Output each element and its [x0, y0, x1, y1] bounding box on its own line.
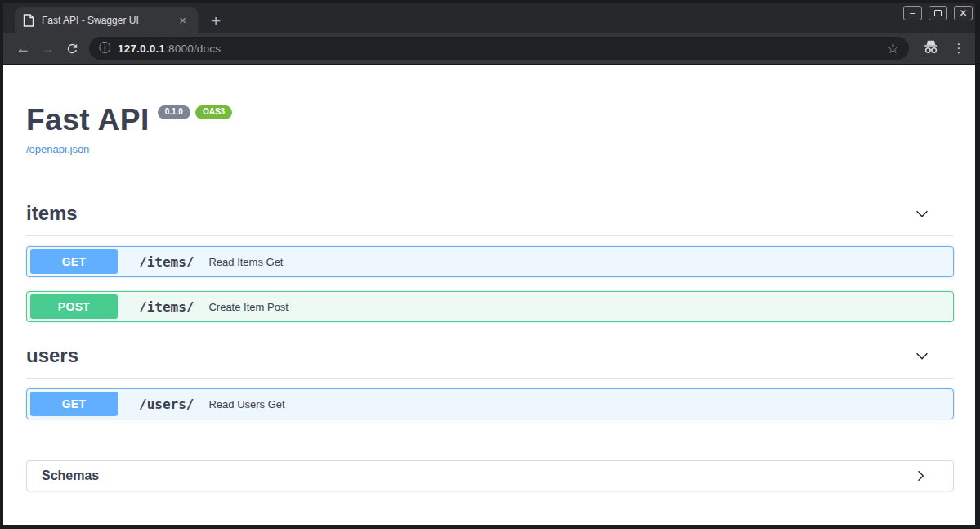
section-items: items GET /items/ Read Items Get POST /i…	[26, 202, 954, 322]
minimize-button[interactable]: –	[903, 6, 922, 20]
schemas-section[interactable]: Schemas	[26, 460, 954, 491]
chevron-down-icon[interactable]	[913, 347, 954, 365]
browser-tab[interactable]: Fast API - Swagger UI ×	[15, 7, 198, 33]
maximize-icon	[934, 10, 942, 16]
endpoint-summary: Create Item Post	[208, 301, 289, 313]
chevron-down-icon[interactable]	[913, 204, 954, 222]
version-badge: 0.1.0	[158, 105, 190, 119]
page-title: Fast API	[26, 105, 150, 135]
endpoint-path: /users/	[139, 397, 194, 412]
http-method-badge: POST	[30, 294, 118, 319]
url-text: 127.0.0.1:8000/docs	[118, 43, 221, 55]
operation-row[interactable]: POST /items/ Create Item Post	[26, 291, 954, 322]
endpoint-path: /items/	[139, 254, 194, 270]
close-button[interactable]: ✕	[954, 6, 973, 20]
tab-title: Fast API - Swagger UI	[42, 15, 168, 26]
maximize-button[interactable]	[929, 6, 947, 20]
site-info-icon[interactable]: ⓘ	[99, 41, 110, 56]
openapi-spec-link[interactable]: /openapi.json	[26, 143, 89, 155]
reload-icon[interactable]	[60, 42, 84, 56]
bookmark-star-icon[interactable]: ☆	[887, 40, 899, 57]
section-items-header[interactable]: items	[26, 202, 954, 236]
section-title: users	[26, 344, 78, 367]
back-icon[interactable]: ←	[11, 41, 35, 56]
new-tab-button[interactable]: +	[211, 12, 221, 29]
browser-window: Fast API - Swagger UI × + – ✕ ← → ⓘ 127.…	[0, 0, 980, 529]
http-method-badge: GET	[30, 392, 118, 416]
section-users-header[interactable]: users	[26, 344, 954, 379]
page-favicon-icon	[23, 14, 34, 27]
tab-close-icon[interactable]: ×	[176, 12, 190, 28]
page-content: Fast API 0.1.0 OAS3 /openapi.json items …	[3, 65, 975, 525]
schemas-title: Schemas	[42, 468, 99, 483]
operation-row[interactable]: GET /users/ Read Users Get	[26, 388, 954, 419]
http-method-badge: GET	[30, 249, 118, 274]
endpoint-summary: Read Users Get	[208, 398, 284, 410]
endpoint-summary: Read Items Get	[208, 256, 283, 268]
section-title: items	[26, 202, 78, 225]
browser-menu-icon[interactable]: ⋮	[950, 41, 968, 56]
section-users: users GET /users/ Read Users Get	[26, 344, 954, 419]
window-controls: – ✕	[903, 3, 973, 33]
endpoint-path: /items/	[139, 299, 194, 315]
title-badges: 0.1.0 OAS3	[158, 105, 232, 119]
title-bar: Fast API - Swagger UI × + – ✕	[3, 3, 975, 33]
url-path: :8000/docs	[165, 43, 221, 55]
browser-toolbar: ← → ⓘ 127.0.0.1:8000/docs ☆ ⋮	[3, 33, 975, 65]
forward-icon[interactable]: →	[35, 41, 60, 56]
url-host: 127.0.0.1	[118, 43, 165, 55]
oas3-badge: OAS3	[195, 105, 232, 119]
url-bar[interactable]: ⓘ 127.0.0.1:8000/docs ☆	[89, 37, 909, 60]
chevron-right-icon[interactable]	[912, 468, 937, 484]
incognito-icon	[922, 38, 940, 58]
operation-row[interactable]: GET /items/ Read Items Get	[26, 246, 954, 277]
